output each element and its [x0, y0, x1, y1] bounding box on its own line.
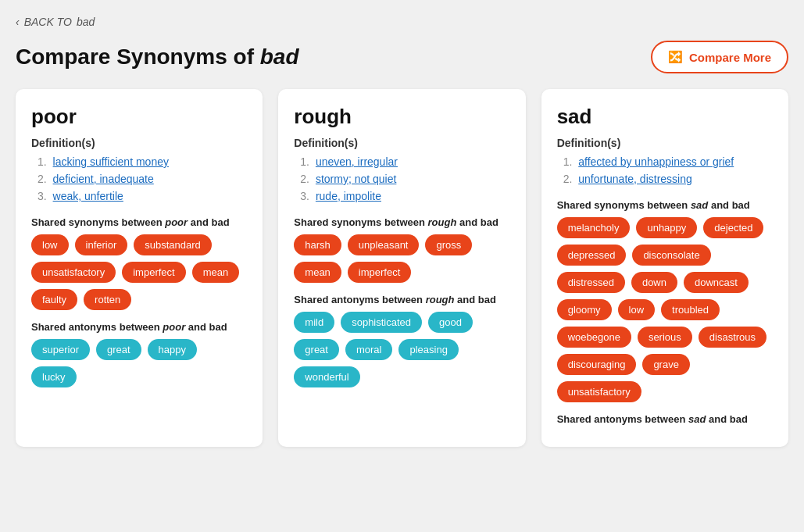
definitions-label-rough: Definition(s) — [294, 137, 509, 149]
synonym-tag[interactable]: low — [31, 234, 69, 255]
card-rough: roughDefinition(s)1. uneven, irregular2.… — [278, 89, 525, 447]
shared-synonyms-label-sad: Shared synonyms between sad and bad — [557, 199, 773, 211]
synonyms-group-sad: melancholyunhappydejecteddepresseddiscon… — [557, 217, 773, 402]
back-link[interactable]: ‹ BACK TO bad — [16, 16, 788, 28]
synonym-tag[interactable]: troubled — [661, 299, 720, 320]
compare-more-icon: 🔀 — [668, 50, 683, 64]
antonyms-group-rough: mildsophisticatedgoodgreatmoralpleasingw… — [294, 312, 509, 387]
synonym-tag[interactable]: faulty — [31, 289, 77, 310]
definition-item: 1. lacking sufficient money — [34, 155, 247, 168]
synonym-tag[interactable]: serious — [638, 327, 692, 348]
synonym-tag[interactable]: mean — [192, 262, 240, 283]
synonym-tag[interactable]: disastrous — [699, 327, 766, 348]
antonym-tag[interactable]: pleasing — [398, 339, 458, 360]
back-chevron-icon: ‹ — [16, 16, 20, 28]
synonym-tag[interactable]: gloomy — [557, 299, 612, 320]
synonym-tag[interactable]: unhappy — [636, 217, 697, 238]
antonym-tag[interactable]: good — [428, 312, 473, 333]
card-title-rough: rough — [294, 105, 509, 129]
definitions-list-poor: 1. lacking sufficient money2. deficient,… — [31, 155, 247, 202]
synonym-tag[interactable]: inferior — [75, 234, 128, 255]
definition-item: 3. rude, impolite — [297, 190, 509, 202]
back-label: BACK TO — [24, 16, 72, 28]
compare-more-button[interactable]: 🔀 Compare More — [651, 41, 788, 73]
synonym-tag[interactable]: harsh — [294, 234, 341, 255]
definitions-label-poor: Definition(s) — [31, 137, 247, 149]
synonym-tag[interactable]: unpleasant — [348, 234, 420, 255]
synonym-tag[interactable]: down — [631, 272, 677, 293]
card-poor: poorDefinition(s)1. lacking sufficient m… — [16, 89, 263, 447]
header-row: Compare Synonyms of bad 🔀 Compare More — [16, 41, 788, 73]
synonym-tag[interactable]: depressed — [557, 245, 627, 266]
shared-antonyms-label-rough: Shared antonyms between rough and bad — [294, 294, 509, 305]
synonym-tag[interactable]: gross — [425, 234, 472, 255]
definition-item: 2. stormy; not quiet — [297, 173, 509, 185]
antonym-tag[interactable]: great — [294, 339, 339, 360]
synonym-tag[interactable]: low — [618, 299, 656, 320]
synonym-tag[interactable]: substandard — [134, 234, 212, 255]
definition-item: 1. affected by unhappiness or grief — [560, 155, 773, 168]
shared-antonyms-label-poor: Shared antonyms between poor and bad — [31, 321, 247, 333]
synonym-tag[interactable]: unsatisfactory — [557, 381, 641, 402]
synonym-tag[interactable]: distressed — [557, 272, 625, 293]
definition-item: 2. unfortunate, distressing — [560, 173, 773, 185]
synonym-tag[interactable]: disconsolate — [632, 245, 710, 266]
definition-item: 3. weak, unfertile — [34, 190, 247, 202]
synonym-tag[interactable]: downcast — [684, 272, 749, 293]
definition-item: 1. uneven, irregular — [297, 155, 509, 168]
antonym-tag[interactable]: great — [96, 339, 141, 360]
synonym-tag[interactable]: discouraging — [557, 354, 637, 375]
antonym-tag[interactable]: superior — [31, 339, 90, 360]
synonym-tag[interactable]: imperfect — [348, 262, 411, 283]
cards-container: poorDefinition(s)1. lacking sufficient m… — [16, 89, 788, 447]
definition-item: 2. deficient, inadequate — [34, 173, 247, 185]
card-title-poor: poor — [31, 105, 247, 129]
shared-antonyms-label-sad: Shared antonyms between sad and bad — [557, 413, 773, 425]
definitions-list-sad: 1. affected by unhappiness or grief2. un… — [557, 155, 773, 185]
antonym-tag[interactable]: mild — [294, 312, 334, 333]
shared-synonyms-label-poor: Shared synonyms between poor and bad — [31, 216, 247, 228]
synonym-tag[interactable]: dejected — [703, 217, 763, 238]
synonym-tag[interactable]: imperfect — [122, 262, 185, 283]
synonym-tag[interactable]: melancholy — [557, 217, 631, 238]
antonym-tag[interactable]: wonderful — [294, 366, 359, 387]
synonym-tag[interactable]: mean — [294, 262, 341, 283]
synonym-tag[interactable]: rotten — [84, 289, 131, 310]
shared-synonyms-label-rough: Shared synonyms between rough and bad — [294, 216, 509, 228]
card-title-sad: sad — [557, 105, 773, 129]
back-word: bad — [77, 16, 95, 28]
definitions-label-sad: Definition(s) — [557, 137, 773, 149]
card-sad: sadDefinition(s)1. affected by unhappine… — [541, 89, 788, 447]
antonym-tag[interactable]: sophisticated — [341, 312, 422, 333]
antonym-tag[interactable]: happy — [148, 339, 197, 360]
antonym-tag[interactable]: lucky — [31, 366, 77, 387]
synonym-tag[interactable]: unsatisfactory — [31, 262, 116, 283]
synonyms-group-rough: harshunpleasantgrossmeanimperfect — [294, 234, 509, 283]
antonym-tag[interactable]: moral — [345, 339, 393, 360]
synonyms-group-poor: lowinferiorsubstandardunsatisfactoryimpe… — [31, 234, 247, 310]
synonym-tag[interactable]: woebegone — [557, 327, 631, 348]
antonyms-group-poor: superiorgreathappylucky — [31, 339, 247, 387]
page-title: Compare Synonyms of bad — [16, 45, 299, 70]
synonym-tag[interactable]: grave — [642, 354, 690, 375]
definitions-list-rough: 1. uneven, irregular2. stormy; not quiet… — [294, 155, 509, 202]
